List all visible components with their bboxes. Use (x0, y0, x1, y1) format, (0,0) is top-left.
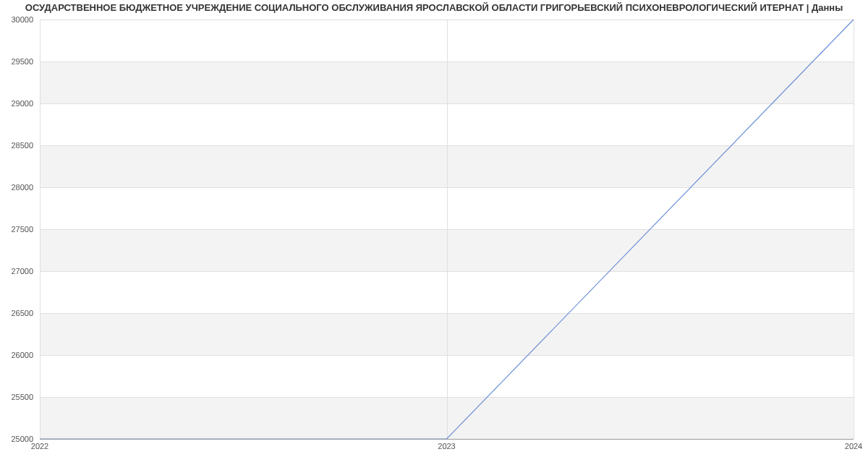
y-tick-label: 25500 (11, 393, 33, 401)
line-series-svg (40, 20, 854, 439)
y-tick-label: 28000 (11, 183, 33, 192)
x-tick-label: 2022 (31, 442, 48, 450)
y-tick-label: 25000 (11, 435, 33, 443)
plot-area (40, 20, 854, 439)
x-gridline (854, 20, 854, 439)
y-axis-ticks: 2500025500260002650027000275002800028500… (0, 20, 36, 439)
y-tick-label: 26000 (11, 351, 33, 359)
x-axis-line (40, 439, 854, 440)
chart-title: ОСУДАРСТВЕННОЕ БЮДЖЕТНОЕ УЧРЕЖДЕНИЕ СОЦИ… (0, 0, 868, 16)
chart-wrap: 2500025500260002650027000275002800028500… (0, 16, 868, 464)
y-tick-label: 29500 (11, 57, 33, 66)
x-axis-ticks: 202220232024 (40, 442, 854, 456)
y-tick-label: 26500 (11, 309, 33, 317)
x-tick-label: 2024 (845, 442, 862, 450)
y-tick-label: 30000 (11, 15, 33, 24)
y-tick-label: 28500 (11, 141, 33, 150)
y-tick-label: 27000 (11, 267, 33, 275)
y-tick-label: 29000 (11, 99, 33, 108)
data-line (40, 20, 854, 439)
y-tick-label: 27500 (11, 225, 33, 234)
x-tick-label: 2023 (438, 442, 455, 450)
